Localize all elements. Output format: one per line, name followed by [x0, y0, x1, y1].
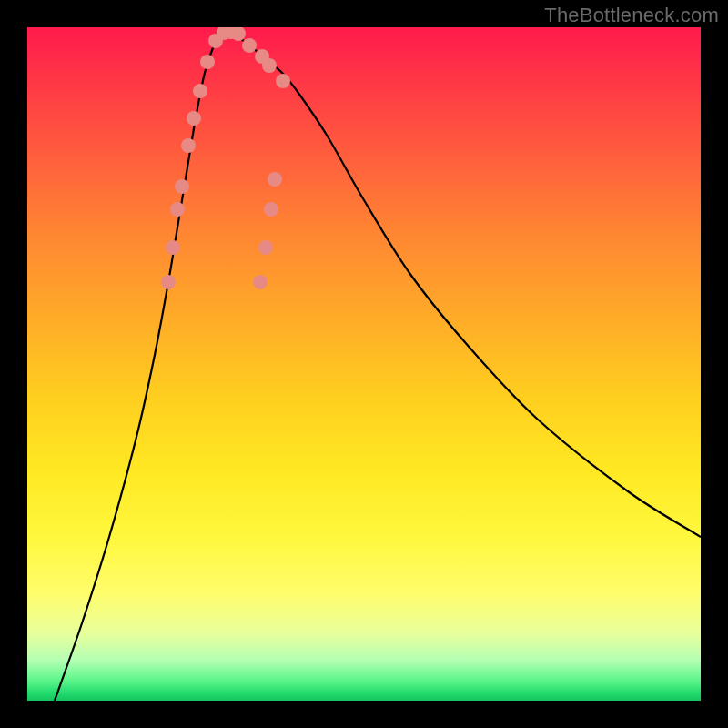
highlight-dot: [242, 38, 257, 53]
highlight-dots-group: [161, 27, 290, 289]
highlight-dot: [264, 202, 278, 217]
highlight-dot: [166, 240, 180, 255]
highlight-dot: [262, 58, 277, 73]
chart-gradient-area: [27, 27, 701, 701]
highlight-dot: [181, 138, 196, 153]
highlight-dot: [268, 172, 282, 187]
highlight-dot: [161, 275, 176, 289]
highlight-dot: [231, 27, 246, 41]
highlight-dot: [253, 275, 268, 289]
highlight-dot: [170, 202, 185, 217]
bottleneck-curve: [55, 31, 701, 701]
highlight-dot: [193, 84, 207, 98]
highlight-dot: [258, 240, 273, 255]
highlight-dot: [276, 74, 290, 88]
highlight-dot: [187, 111, 201, 126]
watermark-text: TheBottleneck.com: [544, 4, 719, 27]
chart-svg: [27, 27, 701, 701]
highlight-dot: [200, 55, 215, 69]
chart-frame: TheBottleneck.com: [0, 0, 728, 728]
highlight-dot: [175, 179, 189, 194]
